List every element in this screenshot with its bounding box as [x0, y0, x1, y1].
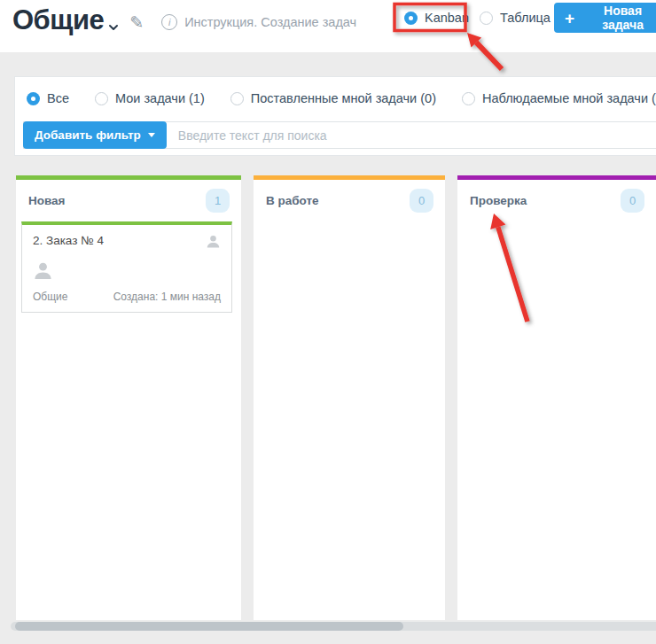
filter-option-my-tasks[interactable]: Мои задачи (1) — [95, 91, 205, 105]
column-header: В работе 0 — [254, 180, 445, 213]
radio-kanban[interactable] — [404, 12, 418, 25]
radio-filter-watched-by-me[interactable] — [462, 92, 475, 105]
page-title[interactable]: Общие — [12, 2, 104, 39]
new-task-button[interactable]: + Новая задача — [554, 3, 656, 33]
filter-option-my-tasks-label[interactable]: Мои задачи (1) — [115, 91, 205, 105]
filter-option-watched-by-me-label[interactable]: Наблюдаемые мной задачи (0) — [482, 91, 656, 105]
info-bubble-icon: i — [161, 14, 177, 30]
search-input[interactable] — [166, 122, 656, 148]
column-count-badge: 0 — [410, 189, 433, 213]
radio-table[interactable] — [480, 12, 493, 25]
author-person-icon — [33, 260, 221, 281]
caret-down-icon — [148, 133, 155, 137]
card-footer: Общие Создана: 1 мин назад — [33, 291, 221, 303]
view-switch-kanban[interactable]: Kanban — [404, 11, 469, 25]
card-title[interactable]: 2. Заказ № 4 — [33, 234, 104, 247]
filter-option-assigned-by-me[interactable]: Поставленные мной задачи (0) — [230, 91, 436, 105]
search-row: Добавить фильтр — [23, 121, 656, 149]
board-title-group[interactable]: Общие ✎ i Инструкция. Создание задач — [12, 2, 356, 39]
column-name: Проверка — [470, 194, 527, 207]
kanban-column-review: Проверка 0 — [457, 175, 656, 620]
filter-radio-row: Все Мои задачи (1) Поставленные мной зад… — [15, 77, 656, 105]
assignee-person-icon — [206, 234, 221, 249]
chevron-down-icon[interactable] — [108, 19, 119, 35]
column-name: Новая — [28, 194, 66, 207]
task-card[interactable]: 2. Заказ № 4 Общие Создана: 1 мин назад — [21, 221, 232, 313]
view-switch-table[interactable]: Таблица — [480, 11, 551, 25]
filter-option-all[interactable]: Все — [27, 91, 69, 105]
new-task-button-label: Новая задача — [583, 4, 656, 32]
radio-kanban-label[interactable]: Kanban — [425, 11, 469, 25]
radio-table-label[interactable]: Таблица — [500, 11, 551, 25]
card-project-label: Общие — [33, 291, 67, 303]
column-cards: 2. Заказ № 4 Общие Создана: 1 мин назад — [16, 213, 241, 313]
top-header: Общие ✎ i Инструкция. Создание задач Kan… — [0, 0, 656, 52]
column-header: Новая 1 — [16, 180, 241, 213]
filter-option-all-label[interactable]: Все — [47, 91, 69, 105]
filter-panel: Все Мои задачи (1) Поставленные мной зад… — [14, 76, 656, 156]
column-header: Проверка 0 — [457, 180, 656, 213]
plus-icon: + — [565, 10, 574, 27]
horizontal-scrollbar-track[interactable] — [11, 622, 656, 631]
column-name: В работе — [266, 194, 319, 207]
add-filter-button[interactable]: Добавить фильтр — [23, 121, 167, 149]
card-created-label: Создана: 1 мин назад — [113, 291, 221, 303]
filter-option-watched-by-me[interactable]: Наблюдаемые мной задачи (0) — [462, 91, 656, 105]
radio-filter-assigned-by-me[interactable] — [230, 92, 244, 105]
radio-filter-all[interactable] — [27, 92, 40, 105]
filter-option-assigned-by-me-label[interactable]: Поставленные мной задачи (0) — [251, 91, 436, 105]
kanban-column-new: Новая 1 2. Заказ № 4 Общие Создана: 1 ми… — [16, 175, 241, 620]
card-title-row: 2. Заказ № 4 — [33, 234, 221, 249]
radio-filter-my-tasks[interactable] — [95, 92, 108, 105]
horizontal-scrollbar-thumb[interactable] — [15, 622, 403, 631]
kanban-column-in-progress: В работе 0 — [254, 175, 445, 620]
instruction-label[interactable]: Инструкция. Создание задач — [184, 15, 356, 29]
column-count-badge: 1 — [206, 189, 230, 213]
add-filter-button-label: Добавить фильтр — [35, 128, 141, 142]
pencil-icon[interactable]: ✎ — [129, 12, 144, 33]
column-count-badge: 0 — [621, 189, 644, 213]
instruction-link[interactable]: i Инструкция. Создание задач — [161, 14, 356, 30]
